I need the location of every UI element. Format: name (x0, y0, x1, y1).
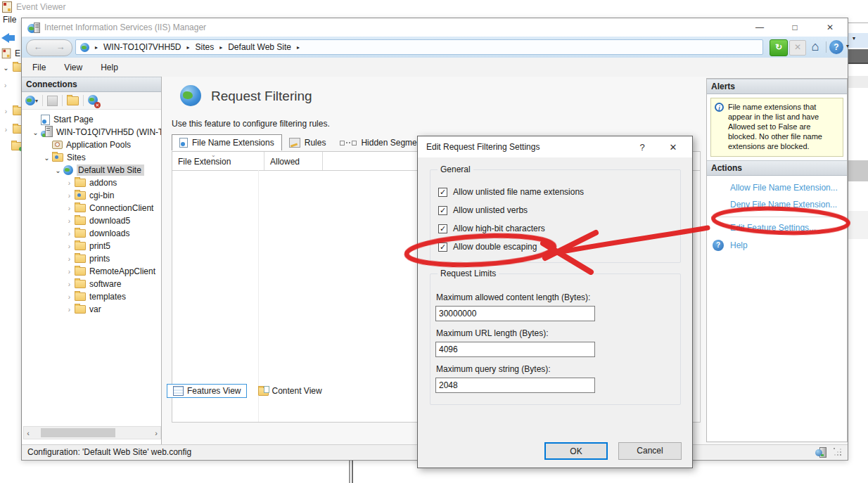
breadcrumb-default-web-site[interactable]: Default Web Site (228, 42, 291, 52)
tree-item-cgi-bin[interactable]: › cgi-bin (22, 189, 161, 202)
tree-item-start-page[interactable]: Start Page (22, 113, 161, 126)
forward-button[interactable]: → (49, 40, 72, 56)
max-content-length-label: Maximum allowed content length (Bytes): (436, 292, 590, 302)
stop-button[interactable]: ✕ (789, 40, 806, 56)
scroll-right-icon[interactable]: › (152, 429, 160, 437)
chevron-down-icon[interactable]: ⌄ (42, 154, 51, 162)
resize-grip[interactable] (834, 448, 842, 456)
tree-item-addons[interactable]: › addons (22, 176, 161, 189)
menu-file[interactable]: File (32, 63, 46, 72)
chevron-right-icon[interactable]: › (65, 179, 74, 187)
action-allow-file-name-extension[interactable]: Allow File Name Extension... (730, 183, 847, 193)
chevron-right-icon[interactable]: › (1, 126, 11, 134)
action-deny-file-name-extension[interactable]: Deny File Name Extension... (730, 200, 847, 210)
checkbox-allow-unlisted-verbs[interactable]: ✓ Allow unlisted verbs (438, 205, 528, 215)
chevron-right-icon[interactable]: › (65, 281, 74, 288)
checkbox-allow-double-escaping[interactable]: ✓ Allow double escaping (438, 242, 537, 252)
checkbox-allow-high-bit[interactable]: ✓ Allow high-bit characters (438, 224, 545, 233)
dialog-titlebar[interactable]: Edit Request Filtering Settings ? ✕ (418, 136, 692, 157)
tree-item-download5[interactable]: › download5 (22, 214, 161, 227)
chevron-right-icon[interactable]: › (65, 268, 74, 276)
tree-item-software[interactable]: › software (22, 278, 161, 290)
chevron-right-icon[interactable]: › (1, 108, 11, 115)
home-button[interactable]: ⌂ (808, 39, 823, 54)
breadcrumb-server[interactable]: WIN-TO1QI7VHH5D (103, 42, 181, 52)
tree-item-sites[interactable]: ⌄ Sites (22, 151, 161, 164)
dialog-help-button[interactable]: ? (632, 142, 653, 153)
scroll-left-icon[interactable]: ‹ (24, 429, 32, 437)
chevron-right-icon[interactable]: › (65, 293, 74, 301)
tree-item-label: var (89, 304, 101, 314)
event-viewer-tree-item[interactable]: E (1, 48, 20, 59)
tab-file-name-extensions[interactable]: File Name Extensions (172, 134, 282, 150)
menu-view[interactable]: View (64, 63, 82, 72)
chevron-right-icon[interactable]: › (65, 306, 74, 314)
event-viewer-back-icon[interactable] (1, 33, 15, 43)
tree-item-var[interactable]: › var (22, 303, 161, 316)
dialog-close-button[interactable]: ✕ (663, 142, 684, 153)
tab-rules[interactable]: Rules (282, 135, 333, 150)
chevron-right-icon[interactable]: › (65, 217, 74, 225)
tree-item-templates[interactable]: › templates (22, 290, 161, 303)
sort-icon[interactable]: ⌄ (211, 152, 216, 158)
chevron-down-icon[interactable]: ⌄ (31, 129, 40, 136)
column-file-extension[interactable]: File Extension (172, 157, 264, 170)
tree-item-application-pools[interactable]: Application Pools (22, 139, 161, 151)
back-button[interactable]: ← (27, 40, 49, 56)
menu-help[interactable]: Help (101, 63, 118, 72)
close-button[interactable]: ✕ (812, 18, 848, 37)
column-allowed[interactable]: Allowed (264, 157, 322, 170)
checkbox-icon[interactable]: ✓ (438, 224, 447, 233)
create-connection-button[interactable]: ▾ (25, 96, 38, 105)
chevron-right-icon[interactable]: › (65, 243, 74, 250)
checkbox-icon[interactable]: ✓ (438, 206, 447, 215)
help-dropdown-icon[interactable]: ▾ (846, 43, 849, 49)
save-icon[interactable] (47, 96, 58, 106)
minimize-button[interactable]: — (742, 18, 777, 37)
chevron-right-icon[interactable]: › (65, 230, 74, 238)
ok-button[interactable]: OK (544, 442, 608, 460)
chevron-right-icon[interactable]: › (65, 255, 74, 263)
scrollbar-thumb[interactable] (41, 428, 115, 437)
add-folder-icon[interactable] (67, 96, 79, 105)
action-help[interactable]: ? Help (713, 240, 847, 251)
checkbox-label: Allow unlisted verbs (453, 205, 528, 215)
tree-item-label: ConnectionClient (89, 203, 153, 213)
disconnect-icon[interactable]: ✕ (88, 95, 98, 107)
checkbox-icon[interactable]: ✓ (438, 243, 447, 252)
refresh-button[interactable]: ↻ (770, 39, 788, 56)
tree-item-default-web-site[interactable]: ⌄ Default Web Site (22, 164, 161, 176)
features-view-tab[interactable]: Features View (167, 384, 247, 398)
status-server-icon (819, 447, 826, 458)
max-url-length-input[interactable] (435, 342, 595, 357)
chevron-down-icon[interactable]: ⌄ (53, 167, 63, 174)
horizontal-scrollbar[interactable]: ‹ › (23, 426, 161, 439)
checkbox-icon[interactable]: ✓ (438, 188, 447, 197)
chevron-right-icon[interactable]: › (65, 205, 74, 212)
chevron-right-icon[interactable]: › (65, 192, 74, 200)
max-query-string-input[interactable] (435, 378, 595, 393)
tree-item-remoteappclient[interactable]: › RemoteAppClient (22, 265, 161, 278)
max-content-length-input[interactable] (435, 306, 595, 321)
chevron-right-icon[interactable]: › (4, 82, 6, 89)
max-url-length-label: Maximum URL length (Bytes): (436, 328, 549, 338)
cancel-button[interactable]: Cancel (618, 442, 682, 460)
tree-item-server[interactable]: ⌄ WIN-TO1QI7VHH5D (WIN-TO (22, 126, 161, 139)
breadcrumb-sites[interactable]: Sites (196, 42, 215, 52)
column-divider[interactable] (322, 152, 323, 170)
event-viewer-tree-item[interactable]: › (4, 80, 6, 90)
breadcrumb[interactable]: ▸ WIN-TO1QI7VHH5D ▸ Sites ▸ Default Web … (75, 39, 763, 55)
help-button[interactable]: ? (829, 40, 843, 54)
action-edit-feature-settings[interactable]: Edit Feature Settings... (730, 223, 847, 233)
content-view-tab[interactable]: Content View (253, 385, 327, 397)
maximize-button[interactable]: □ (777, 18, 812, 37)
tree-item-print5[interactable]: › print5 (22, 240, 161, 252)
folder-icon (75, 267, 86, 276)
tree-item-prints[interactable]: › prints (22, 252, 161, 265)
chevron-down-icon[interactable]: ⌄ (1, 64, 11, 72)
window-titlebar[interactable]: Internet Information Services (IIS) Mana… (22, 18, 848, 37)
event-viewer-file-menu[interactable]: File (3, 15, 16, 25)
tree-item-downloads[interactable]: › downloads (22, 227, 161, 240)
checkbox-allow-unlisted-extensions[interactable]: ✓ Allow unlisted file name extensions (438, 187, 584, 197)
tree-item-connectionclient[interactable]: › ConnectionClient (22, 202, 161, 214)
